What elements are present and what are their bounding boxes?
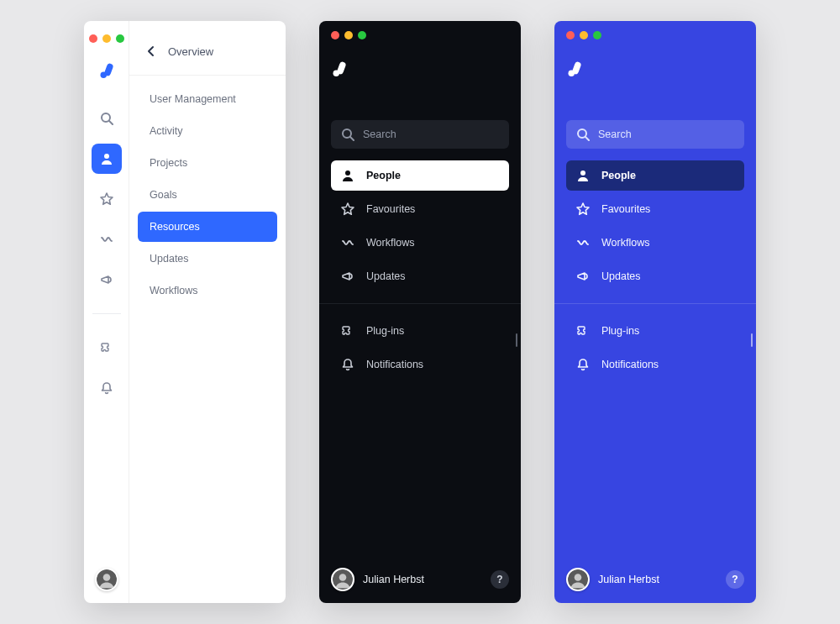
nav-label: People — [366, 170, 401, 181]
user-name: Julian Herbst — [363, 574, 424, 585]
puzzle-icon — [341, 324, 354, 338]
nav-label: Favourites — [366, 203, 415, 215]
nav-label: People — [601, 170, 636, 181]
nav-divider — [319, 303, 521, 304]
search-input[interactable]: Search — [331, 120, 509, 149]
sidebar-footer: Julian Herbst ? — [554, 556, 756, 603]
star-icon — [576, 202, 590, 216]
rail-people[interactable] — [92, 144, 122, 174]
nav-label: Workflows — [601, 237, 649, 249]
nav-workflows[interactable]: Workflows — [331, 228, 509, 258]
nav-favourites[interactable]: Favourites — [566, 194, 744, 224]
search-icon — [100, 112, 113, 125]
nav-label: Plug-ins — [366, 325, 404, 337]
megaphone-icon — [341, 270, 354, 283]
megaphone-icon — [100, 273, 113, 286]
rail-plugins[interactable] — [92, 333, 122, 363]
submenu-goals[interactable]: Goals — [138, 180, 277, 210]
search-placeholder: Search — [363, 128, 396, 140]
bell-icon — [576, 358, 590, 371]
nav-plugins[interactable]: Plug-ins — [566, 316, 744, 346]
search-icon — [341, 128, 354, 141]
user-name: Julian Herbst — [598, 574, 659, 585]
icon-rail — [84, 21, 129, 603]
person-icon — [576, 169, 590, 182]
minimize-icon[interactable] — [344, 31, 353, 39]
workflow-icon — [341, 236, 354, 249]
submenu-updates[interactable]: Updates — [138, 244, 277, 274]
resize-handle[interactable] — [751, 333, 753, 347]
nav-label: Plug-ins — [601, 325, 639, 337]
megaphone-icon — [576, 270, 590, 283]
window-controls[interactable] — [331, 31, 509, 55]
nav-divider — [554, 303, 756, 304]
maximize-icon[interactable] — [358, 31, 366, 39]
submenu-user-management[interactable]: User Management — [138, 84, 277, 114]
nav-favourites[interactable]: Favourites — [331, 194, 509, 224]
star-icon — [341, 202, 354, 216]
rail-notifications[interactable] — [92, 373, 122, 403]
submenu-resources[interactable]: Resources — [138, 212, 277, 242]
submenu-title: Overview — [168, 45, 213, 58]
nav-people[interactable]: People — [566, 160, 744, 191]
puzzle-icon — [576, 324, 590, 338]
nav-notifications[interactable]: Notifications — [566, 349, 744, 380]
help-button[interactable]: ? — [726, 570, 744, 589]
search-icon — [576, 128, 590, 141]
nav-label: Notifications — [366, 359, 423, 370]
submenu-projects[interactable]: Projects — [138, 148, 277, 178]
workflow-icon — [576, 236, 590, 249]
sidebar-blue: Search People Favourites Workflows Updat… — [554, 21, 756, 603]
nav-updates[interactable]: Updates — [566, 261, 744, 291]
submenu-header[interactable]: Overview — [129, 21, 286, 76]
back-arrow-icon — [144, 45, 158, 58]
close-icon[interactable] — [566, 31, 575, 39]
minimize-icon[interactable] — [580, 31, 588, 39]
submenu-workflows[interactable]: Workflows — [138, 275, 277, 306]
nav-plugins[interactable]: Plug-ins — [331, 316, 509, 346]
close-icon[interactable] — [331, 31, 339, 39]
star-icon — [100, 192, 113, 206]
sidebar-footer: Julian Herbst ? — [319, 556, 521, 603]
nav-label: Updates — [366, 270, 406, 282]
help-button[interactable]: ? — [491, 570, 509, 589]
app-logo-icon — [98, 61, 115, 78]
rail-updates[interactable] — [92, 265, 122, 295]
minimize-icon[interactable] — [102, 34, 111, 43]
rail-workflows[interactable] — [92, 224, 122, 254]
search-placeholder: Search — [598, 128, 632, 140]
rail-separator — [92, 313, 121, 314]
search-input[interactable]: Search — [566, 120, 744, 149]
puzzle-icon — [100, 341, 113, 354]
nav-notifications[interactable]: Notifications — [331, 349, 509, 380]
nav-label: Favourites — [601, 203, 650, 215]
app-logo-icon — [566, 60, 583, 76]
app-logo-icon — [331, 60, 348, 76]
rail-search[interactable] — [92, 103, 122, 134]
submenu-activity[interactable]: Activity — [138, 116, 277, 146]
user-avatar[interactable] — [566, 568, 590, 591]
window-controls[interactable] — [566, 31, 744, 55]
nav-people[interactable]: People — [331, 160, 509, 191]
close-icon[interactable] — [89, 34, 97, 43]
workflow-icon — [100, 233, 113, 246]
user-avatar[interactable] — [95, 568, 118, 591]
nav-workflows[interactable]: Workflows — [566, 228, 744, 258]
nav-label: Updates — [601, 270, 641, 282]
maximize-icon[interactable] — [593, 31, 601, 39]
window-controls[interactable] — [89, 31, 124, 56]
nav-updates[interactable]: Updates — [331, 261, 509, 291]
user-avatar[interactable] — [331, 568, 354, 591]
submenu-panel: Overview User Management Activity Projec… — [129, 21, 286, 603]
nav-label: Workflows — [366, 237, 414, 249]
resize-handle[interactable] — [516, 333, 517, 347]
person-icon — [100, 152, 113, 165]
rail-favourites[interactable] — [92, 184, 122, 214]
bell-icon — [100, 381, 113, 395]
sidebar-light: Overview User Management Activity Projec… — [84, 21, 286, 603]
sidebar-dark: Search People Favourites Workflows Updat… — [319, 21, 521, 603]
maximize-icon[interactable] — [116, 34, 124, 43]
nav-label: Notifications — [601, 359, 659, 370]
person-icon — [341, 169, 354, 182]
bell-icon — [341, 358, 354, 371]
